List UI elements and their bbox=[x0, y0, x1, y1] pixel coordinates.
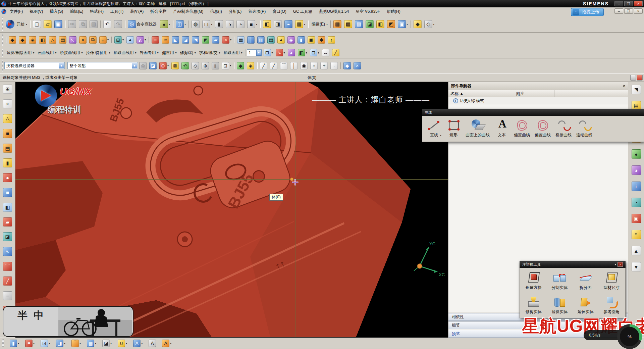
mirror-feature-icon[interactable]: ◪ bbox=[364, 19, 375, 29]
cone-surface-icon[interactable]: ◭▾ bbox=[135, 35, 147, 45]
menu-preferences[interactable]: 首选项(P) bbox=[245, 7, 269, 16]
shaded-view-icon[interactable]: ◍ bbox=[190, 19, 201, 29]
info-icon[interactable]: i bbox=[630, 181, 642, 192]
layer-combo[interactable]: 1 ▼ bbox=[247, 49, 262, 56]
snap-midpoint-icon[interactable]: ╱ bbox=[269, 61, 279, 70]
pattern-feature-icon[interactable]: ▦ bbox=[332, 19, 343, 29]
text-button[interactable]: 文本 bbox=[492, 118, 512, 139]
rib-feature-icon[interactable]: ≡▾ bbox=[24, 339, 36, 348]
menu-assembly[interactable]: 装配(A) bbox=[127, 7, 147, 16]
datum-grid-icon[interactable]: ▨ bbox=[354, 19, 364, 29]
child-close-button[interactable]: × bbox=[634, 8, 643, 14]
reuse-library-icon[interactable]: ● bbox=[630, 148, 642, 160]
dropdown-arrow-icon[interactable]: ▾ bbox=[64, 342, 65, 345]
snap-endpoint-icon[interactable]: ╱ bbox=[259, 61, 269, 70]
sketch-icon[interactable]: ⊞ bbox=[2, 84, 13, 95]
dropdown-arrow-icon[interactable]: ▾ bbox=[135, 51, 136, 54]
selection-scope-combo[interactable]: 整个装配 ▼ bbox=[67, 62, 138, 69]
menu-help[interactable]: 帮助(H) bbox=[383, 7, 404, 16]
text-style-icon[interactable]: A▾ bbox=[132, 339, 144, 348]
open-file-icon[interactable]: ▱ bbox=[42, 19, 53, 29]
menu-information[interactable]: 信息(I) bbox=[207, 7, 225, 16]
panel-close-icon[interactable]: × bbox=[618, 262, 623, 267]
frame-icon[interactable]: ▣ bbox=[306, 35, 316, 45]
red-tool-icon[interactable]: ▰ bbox=[2, 216, 13, 228]
dropdown-arrow-icon[interactable]: ▾ bbox=[230, 38, 231, 41]
touch-mode-icon[interactable]: ●▾ bbox=[159, 19, 171, 29]
half-section-icon[interactable]: ◑ bbox=[224, 19, 235, 29]
group-extract-face[interactable]: 抽取面用▾ bbox=[222, 49, 244, 57]
effects-icon[interactable]: ＊ bbox=[630, 229, 642, 240]
pocket-feature-icon[interactable]: ∪▾ bbox=[116, 339, 128, 348]
dimension-block-icon[interactable]: ⊡▾ bbox=[39, 339, 51, 348]
menu-gc-toolbox[interactable]: GC 工具箱 bbox=[290, 7, 316, 16]
facet-plane-icon[interactable]: ⊡▾ bbox=[309, 48, 321, 57]
bridge-curve-button[interactable]: 桥接曲线 bbox=[553, 118, 574, 139]
unite-icon[interactable]: ◆ bbox=[412, 19, 423, 29]
group-replace-delete-face[interactable]: 替换/删除面用▾ bbox=[4, 49, 36, 57]
reference-fillet-button[interactable]: 参考圆角 bbox=[599, 295, 625, 316]
dropdown-arrow-icon[interactable]: ▾ bbox=[284, 51, 285, 54]
child-restore-button[interactable]: ❐ bbox=[624, 8, 633, 14]
dropdown-arrow-icon[interactable]: ▾ bbox=[272, 51, 273, 54]
resize-face-icon[interactable]: △ bbox=[48, 35, 58, 45]
group-offset[interactable]: 偏置用▾ bbox=[160, 49, 178, 57]
toolbar-grip[interactable] bbox=[2, 339, 4, 347]
model-canvas[interactable]: BJ55 BJ55 ↑↑ bbox=[15, 82, 448, 338]
dropdown-arrow-icon[interactable]: ▾ bbox=[326, 23, 328, 26]
dropdown-arrow-icon[interactable]: ▾ bbox=[219, 51, 220, 54]
pattern-face-icon[interactable]: ▩ bbox=[343, 19, 354, 29]
dropdown-arrow-icon[interactable]: ▾ bbox=[126, 342, 127, 345]
new-file-icon[interactable]: ▢ bbox=[32, 19, 42, 29]
extrude-icon[interactable]: ◧ bbox=[262, 19, 272, 29]
move-object-icon[interactable]: ┼ bbox=[246, 35, 256, 45]
view-palette-icon[interactable]: ◕ bbox=[630, 164, 642, 176]
point-set-icon[interactable]: ∿▾ bbox=[274, 48, 286, 57]
copy-face-icon[interactable]: ⧉ bbox=[88, 35, 98, 45]
datum-plane-icon[interactable]: ◨▾ bbox=[55, 339, 67, 348]
minimize-button[interactable]: – bbox=[614, 1, 623, 6]
find-text-icon[interactable]: A bbox=[147, 339, 157, 348]
paste-icon[interactable]: ▤ bbox=[88, 19, 99, 29]
trim-solid-button[interactable]: 修剪实体 bbox=[521, 295, 547, 316]
extrude-feature-icon[interactable]: ▮▾ bbox=[8, 339, 20, 348]
dropdown-arrow-icon[interactable]: ▾ bbox=[167, 64, 169, 67]
dropdown-arrow-icon[interactable]: ▾ bbox=[33, 51, 34, 54]
dropdown-arrow-icon[interactable]: ▾ bbox=[195, 51, 196, 54]
save-icon[interactable]: ▣ bbox=[53, 19, 64, 29]
layer-settings-icon[interactable]: ⊟▾ bbox=[262, 48, 274, 57]
menu-insert[interactable]: 插入(S) bbox=[46, 7, 66, 16]
curve-toolbar-titlebar[interactable]: 曲线 bbox=[422, 109, 644, 116]
marquee-select-icon[interactable]: ⊡▾ bbox=[220, 61, 232, 70]
display-mode-icon[interactable]: ◻▾ bbox=[201, 19, 214, 29]
dropdown-arrow-icon[interactable]: ▾ bbox=[122, 38, 124, 41]
dropdown-arrow-icon[interactable]: ▾ bbox=[170, 342, 171, 345]
menu-yanxiu-mold[interactable]: 燕秀UG模具1.54 bbox=[316, 7, 352, 16]
deselect-icon[interactable]: ↶ bbox=[180, 61, 190, 70]
palette-icon[interactable]: ◕ bbox=[286, 48, 297, 57]
split-face-button[interactable]: 拆分面 bbox=[573, 271, 599, 292]
plain-view-icon[interactable]: ■▾ bbox=[246, 19, 259, 29]
dropdown-arrow-icon[interactable]: ▾ bbox=[33, 342, 35, 345]
dropdown-arrow-icon[interactable]: ▾ bbox=[18, 342, 19, 345]
toolbar-grip[interactable] bbox=[2, 34, 3, 46]
edit-object-button[interactable]: 编辑(E)▾ bbox=[310, 20, 329, 28]
dropdown-arrow-icon[interactable]: ▾ bbox=[49, 342, 50, 345]
highlight-icon[interactable]: ⊠ bbox=[170, 61, 180, 70]
cylinder-view-icon[interactable]: ▮ bbox=[214, 19, 224, 29]
sphere-tool-icon[interactable]: ◓ bbox=[283, 19, 294, 29]
dropdown-arrow-icon[interactable]: ▾ bbox=[175, 51, 176, 54]
snap-enable-icon[interactable]: ◆ bbox=[235, 61, 246, 70]
gear-icon[interactable]: ✱ bbox=[316, 35, 326, 45]
undo-icon[interactable]: ↶ bbox=[102, 19, 113, 29]
red-curve-icon[interactable]: ⌒ bbox=[2, 261, 13, 272]
comb-curve-icon[interactable]: ≡ bbox=[2, 290, 13, 301]
dropdown-arrow-icon[interactable]: ▾ bbox=[184, 23, 186, 26]
toolbar-grip[interactable] bbox=[2, 60, 3, 71]
menu-format[interactable]: 格式(R) bbox=[87, 7, 107, 16]
column-tool-icon[interactable]: ▮ bbox=[210, 61, 220, 70]
erase-sketch-icon[interactable]: ◪▾ bbox=[101, 339, 113, 348]
teal-surface-icon[interactable]: ◪ bbox=[2, 231, 13, 242]
toolbar-grip[interactable] bbox=[2, 49, 3, 57]
draft-icon[interactable]: ◩ bbox=[386, 19, 396, 29]
